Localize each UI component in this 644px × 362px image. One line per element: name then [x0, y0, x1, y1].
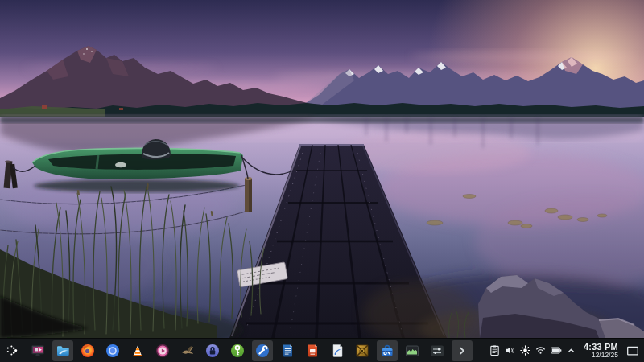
show-desktop-icon — [625, 343, 640, 358]
taskbar-item-mixer[interactable] — [427, 340, 448, 361]
clock-widget[interactable]: 4:33 PM 12/12/25 — [584, 342, 618, 359]
tray-expand[interactable] — [564, 341, 579, 360]
play-circle-icon — [155, 343, 171, 359]
taskbar-item-writer[interactable] — [277, 340, 298, 361]
desktop: 4:33 PM 12/12/25 — [0, 0, 644, 362]
taskbar-item-key-manager[interactable] — [227, 340, 248, 361]
taskbar-item-system-monitor[interactable] — [402, 340, 423, 361]
chevron-right-icon — [454, 343, 470, 359]
folder-icon — [55, 343, 71, 359]
tray-volume[interactable] — [502, 341, 518, 360]
battery-icon — [549, 343, 564, 357]
taskbar-item-expand-panel[interactable] — [452, 340, 473, 361]
chromium-icon — [105, 343, 121, 359]
tray-battery[interactable] — [548, 341, 564, 360]
speaker-icon — [503, 343, 517, 357]
taskbar-item-launcher[interactable] — [2, 340, 23, 361]
wallpaper — [0, 0, 644, 338]
sun-icon — [518, 343, 532, 357]
taskbar-item-files[interactable] — [52, 340, 73, 361]
tray-brightness[interactable] — [518, 341, 533, 360]
wrench-circle-icon — [254, 343, 270, 359]
system-tray — [487, 341, 579, 360]
clock-date: 12/12/25 — [592, 352, 618, 359]
chevron-up-icon — [564, 343, 578, 357]
impress-document-icon — [304, 343, 320, 359]
taskbar-item-bird-app[interactable] — [177, 340, 198, 361]
taskbar-item-password-safe[interactable] — [202, 340, 223, 361]
sliders-icon — [429, 343, 445, 359]
show-desktop-button[interactable] — [624, 340, 642, 361]
taskbar-item-tools-app[interactable] — [252, 340, 273, 361]
taskbar-item-draw-doc[interactable] — [327, 340, 348, 361]
launcher-dots-icon — [5, 343, 21, 359]
taskbar-item-toolbox[interactable] — [377, 340, 398, 361]
dock-post — [245, 177, 252, 212]
firefox-icon — [80, 343, 96, 359]
taskbar-item-firefox[interactable] — [77, 340, 98, 361]
taskbar-item-mediaplayer[interactable] — [152, 340, 173, 361]
writer-document-icon — [279, 343, 295, 359]
taskbar-item-game[interactable] — [352, 340, 373, 361]
bird-icon — [180, 343, 196, 359]
wifi-icon — [534, 343, 547, 357]
monitor-icon — [30, 343, 46, 359]
key-circle-icon — [229, 343, 246, 359]
draw-document-icon — [329, 343, 345, 359]
area-chart-icon — [404, 343, 420, 359]
vlc-cone-icon — [130, 343, 146, 359]
gold-emblem-icon — [354, 343, 370, 359]
taskbar-panel: 4:33 PM 12/12/25 — [0, 338, 644, 362]
clipboard-icon — [488, 343, 502, 357]
tray-network[interactable] — [533, 341, 548, 360]
taskbar-item-display[interactable] — [27, 340, 48, 361]
padlock-circle-icon — [204, 343, 221, 359]
taskbar-item-chromium[interactable] — [102, 340, 123, 361]
toolbox-icon — [379, 343, 395, 359]
taskbar-item-impress[interactable] — [302, 340, 323, 361]
taskbar-item-vlc[interactable] — [127, 340, 148, 361]
tray-clipboard[interactable] — [487, 341, 502, 360]
